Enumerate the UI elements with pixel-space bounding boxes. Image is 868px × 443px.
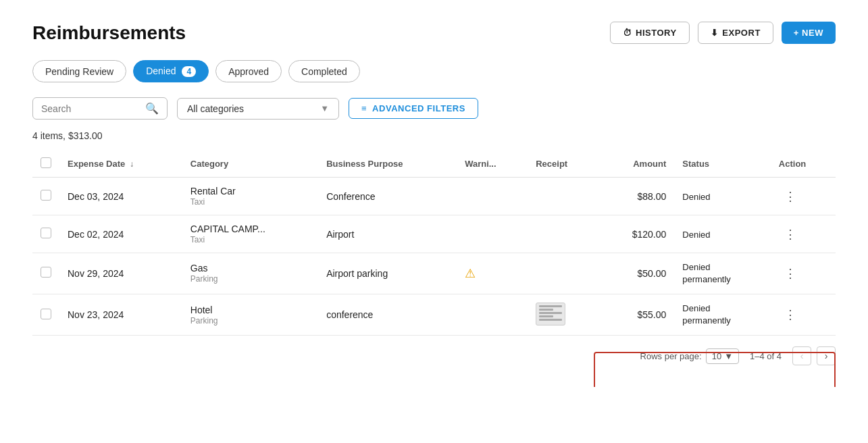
search-box[interactable]: 🔍 bbox=[32, 97, 168, 120]
pagination-row: Rows per page: 10 ▼ 1–4 of 4 ‹ › bbox=[32, 346, 836, 365]
status-cell: Deniedpermanently bbox=[674, 253, 771, 294]
action-cell[interactable]: ⋮ bbox=[771, 215, 836, 253]
expense-date-cell: Dec 03, 2024 bbox=[59, 178, 182, 215]
expenses-table: Expense Date ↓ Category Business Purpose… bbox=[32, 151, 836, 336]
filter-icon: ≡ bbox=[361, 103, 367, 113]
rows-chevron-icon: ▼ bbox=[724, 351, 733, 361]
amount-cell: $55.00 bbox=[599, 294, 674, 336]
tab-denied[interactable]: Denied 4 bbox=[133, 60, 209, 82]
warning-cell: ⚠ bbox=[457, 253, 528, 294]
amount-header[interactable]: Amount bbox=[599, 151, 674, 178]
receipt-cell bbox=[528, 215, 599, 253]
action-menu-button[interactable]: ⋮ bbox=[779, 265, 803, 282]
table-row: Nov 29, 2024 Gas Parking Airport parking… bbox=[32, 253, 836, 294]
receipt-cell bbox=[528, 178, 599, 215]
denied-badge: 4 bbox=[182, 66, 196, 77]
category-cell: Gas Parking bbox=[182, 253, 318, 294]
purpose-cell: Airport parking bbox=[318, 253, 457, 294]
download-icon: ⬇ bbox=[711, 28, 719, 38]
warning-cell bbox=[457, 215, 528, 253]
status-header: Status bbox=[674, 151, 771, 178]
receipt-thumbnail[interactable] bbox=[536, 303, 565, 325]
business-purpose-header[interactable]: Business Purpose bbox=[318, 151, 457, 178]
history-icon: ⏱ bbox=[623, 28, 632, 38]
warning-icon: ⚠ bbox=[465, 267, 476, 280]
row-checkbox[interactable] bbox=[41, 267, 51, 278]
table-row: Dec 03, 2024 Rental Car Taxi Conference … bbox=[32, 178, 836, 215]
purpose-cell: Airport bbox=[318, 215, 457, 253]
sort-arrow-icon: ↓ bbox=[130, 159, 134, 169]
expense-date-cell: Nov 29, 2024 bbox=[59, 253, 182, 294]
warning-cell bbox=[457, 178, 528, 215]
rows-per-page: Rows per page: 10 ▼ bbox=[640, 348, 739, 364]
filters-row: 🔍 All categories ▼ ≡ ADVANCED FILTERS bbox=[32, 97, 836, 120]
receipt-cell bbox=[528, 253, 599, 294]
warning-cell bbox=[457, 294, 528, 336]
receipt-header: Receipt bbox=[528, 151, 599, 178]
expense-date-header[interactable]: Expense Date ↓ bbox=[59, 151, 182, 178]
category-select[interactable]: All categories ▼ bbox=[177, 98, 339, 120]
amount-cell: $120.00 bbox=[599, 215, 674, 253]
rows-per-page-select[interactable]: 10 ▼ bbox=[706, 348, 739, 364]
tab-approved[interactable]: Approved bbox=[215, 60, 282, 82]
page-title: Reimbursements bbox=[32, 22, 186, 44]
new-button[interactable]: + NEW bbox=[782, 22, 836, 44]
category-cell: Rental Car Taxi bbox=[182, 178, 318, 215]
category-header[interactable]: Category bbox=[182, 151, 318, 178]
category-cell: Hotel Parking bbox=[182, 294, 318, 336]
header-actions: ⏱ HISTORY ⬇ EXPORT + NEW bbox=[610, 22, 836, 44]
advanced-filters-button[interactable]: ≡ ADVANCED FILTERS bbox=[349, 98, 478, 119]
action-cell[interactable]: ⋮ bbox=[771, 294, 836, 336]
row-checkbox[interactable] bbox=[41, 228, 51, 238]
history-button[interactable]: ⏱ HISTORY bbox=[610, 22, 690, 44]
category-cell: CAPITAL CAMP... Taxi bbox=[182, 215, 318, 253]
status-cell: Denied bbox=[674, 178, 771, 215]
page-nav: ‹ › bbox=[792, 346, 836, 365]
action-menu-button[interactable]: ⋮ bbox=[779, 188, 803, 205]
expense-date-cell: Nov 23, 2024 bbox=[59, 294, 182, 336]
row-checkbox[interactable] bbox=[41, 309, 51, 319]
search-icon: 🔍 bbox=[145, 102, 159, 115]
action-menu-button[interactable]: ⋮ bbox=[779, 226, 803, 243]
table-row: Nov 23, 2024 Hotel Parking conference bbox=[32, 294, 836, 336]
prev-page-button[interactable]: ‹ bbox=[792, 346, 811, 365]
next-page-button[interactable]: › bbox=[817, 346, 836, 365]
purpose-cell: conference bbox=[318, 294, 457, 336]
row-checkbox[interactable] bbox=[41, 190, 51, 201]
expense-date-cell: Dec 02, 2024 bbox=[59, 215, 182, 253]
action-header: Action bbox=[771, 151, 836, 178]
search-input[interactable] bbox=[41, 103, 140, 114]
action-cell[interactable]: ⋮ bbox=[771, 178, 836, 215]
purpose-cell: Conference bbox=[318, 178, 457, 215]
receipt-cell bbox=[528, 294, 599, 336]
summary-text: 4 items, $313.00 bbox=[32, 130, 836, 141]
warning-header: Warni... bbox=[457, 151, 528, 178]
status-cell: Deniedpermanently bbox=[674, 294, 771, 336]
status-cell: Denied bbox=[674, 215, 771, 253]
tab-pending-review[interactable]: Pending Review bbox=[32, 60, 126, 82]
tabs-row: Pending Review Denied 4 Approved Complet… bbox=[32, 60, 836, 82]
select-all-checkbox[interactable] bbox=[41, 157, 51, 168]
action-cell[interactable]: ⋮ bbox=[771, 253, 836, 294]
table-row: Dec 02, 2024 CAPITAL CAMP... Taxi Airpor… bbox=[32, 215, 836, 253]
chevron-down-icon: ▼ bbox=[320, 103, 329, 113]
amount-cell: $50.00 bbox=[599, 253, 674, 294]
action-menu-button[interactable]: ⋮ bbox=[779, 306, 803, 323]
select-all-header[interactable] bbox=[32, 151, 59, 178]
tab-completed[interactable]: Completed bbox=[288, 60, 360, 82]
page-info: 1–4 of 4 bbox=[750, 351, 782, 361]
amount-cell: $88.00 bbox=[599, 178, 674, 215]
export-button[interactable]: ⬇ EXPORT bbox=[698, 22, 773, 44]
